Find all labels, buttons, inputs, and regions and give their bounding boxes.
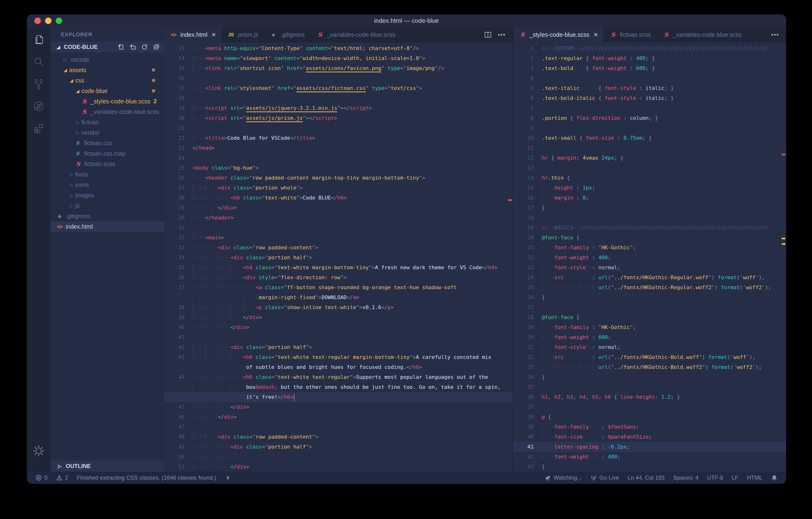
code-line[interactable]: 12hr { margin: 4vmax 24px; } [513, 153, 786, 163]
code-line[interactable]: 44················<h6 class="text-white … [164, 372, 513, 382]
tree-item-icons[interactable]: ▷icons [51, 180, 164, 190]
tree-item-vendor[interactable]: ▷vendor [51, 127, 164, 138]
code-line[interactable]: 1//··CUSTOM··///////////////////////////… [513, 43, 786, 53]
code-line[interactable]: 6.text-bold-italic { font-style : italic… [513, 93, 786, 103]
code-line[interactable]: 30····font-weight : 600; [513, 332, 786, 342]
code-line[interactable]: 51············</div> [164, 462, 513, 471]
code-line[interactable]: 46········</div> [164, 412, 513, 422]
code-line[interactable]: 34············<div class="portion half"> [164, 253, 513, 263]
code-line[interactable]: 36················<div style="flex-direc… [164, 273, 513, 282]
new-file-icon[interactable] [117, 43, 124, 51]
code-line[interactable]: 20····<script src="assets/js/prism.js"><… [164, 113, 513, 123]
code-line[interactable]: 27········<div class="portion whole"> [164, 183, 513, 193]
files-icon[interactable] [32, 33, 45, 46]
tree-item-css[interactable]: ◢css [51, 75, 164, 86]
status-item-ln-44-col-193[interactable]: Ln 44, Col 193 [628, 475, 665, 481]
code-line[interactable]: 22····<title>Code Blue for VSCode</title… [164, 133, 513, 143]
code-line[interactable]: 40····font-size······: $paraFontSize; [513, 432, 786, 442]
status-item-spaces-4[interactable]: Spaces: 4 [673, 475, 699, 481]
code-line[interactable]: 31 [164, 223, 513, 233]
code-line[interactable]: 23</head> [164, 143, 513, 153]
split-editor-icon[interactable] [484, 31, 491, 38]
tree-item-fictoan[interactable]: ▷fictoan [51, 117, 164, 127]
code-line[interactable]: 40············</div> [164, 323, 513, 332]
code-line[interactable]: 27 [513, 302, 786, 312]
code-line[interactable]: 24····src·········: url("../fonts/HKGoth… [513, 273, 786, 282]
code-line[interactable]: 13 [513, 163, 786, 173]
code-line[interactable]: 18 [164, 93, 513, 103]
code-line[interactable]: 4 [513, 73, 786, 83]
tab-prism-js[interactable]: JSprism.js [222, 27, 264, 42]
code-line[interactable]: 39····font-family····: $fontSans; [513, 422, 786, 432]
code-line[interactable]: of subtle blues and bright hues for focu… [164, 362, 513, 372]
code-line[interactable]: 16····margin : 0; [513, 193, 786, 203]
code-line[interactable]: 34} [513, 372, 786, 382]
extensions-icon[interactable] [32, 122, 45, 135]
tab-index-html[interactable]: <>index.html× [164, 27, 222, 42]
close-tab-icon[interactable]: × [594, 31, 598, 38]
code-line[interactable]: 31····font-style··: normal; [513, 342, 786, 352]
lightning-status-item[interactable] [225, 475, 231, 481]
code-line[interactable]: 33··················url("../fonts/HKGoth… [513, 362, 786, 372]
code-line[interactable]: 5.text-italic······{ font-style : italic… [513, 83, 786, 93]
code-line[interactable]: 45············</div> [164, 402, 513, 412]
code-line[interactable]: 28············<h6 class="text-white">Cod… [164, 193, 513, 203]
code-line[interactable]: it’s free!</h6> [164, 392, 513, 402]
status-item-utf-8[interactable]: UTF-8 [707, 475, 723, 481]
more-actions-icon[interactable]: ••• [771, 31, 779, 38]
tab-fictoan-scss[interactable]: Sfictoan.scss [604, 27, 657, 42]
code-line[interactable]: 49············<div class="portion half"> [164, 442, 513, 452]
code-line[interactable]: 17····<link rel="stylesheet" href="asset… [164, 83, 513, 93]
code-line[interactable]: 10.text-small { font-size : 0.75em; } [513, 133, 786, 143]
tree-item--gitignore[interactable]: ◆.gitignore [51, 211, 164, 221]
code-line[interactable]: 14hr.thin { [513, 173, 786, 183]
code-line[interactable]: 29········</div> [164, 203, 513, 213]
explorer-section-header[interactable]: ◢ CODE-BLUE [51, 41, 164, 53]
code-line[interactable]: 48········<div class="row padded-content… [164, 432, 513, 442]
code-line[interactable]: 16 [164, 73, 513, 83]
code-line[interactable]: 17} [513, 203, 786, 213]
status-item-html[interactable]: HTML [747, 475, 762, 481]
code-line[interactable]: 15····height : 1px; [513, 183, 786, 193]
code-line[interactable]: 36h1, h2, h3, h4, h5, h6 { line-height: … [513, 392, 786, 402]
status-item-lf[interactable]: LF [732, 475, 738, 481]
tab--gitignore[interactable]: ◆.gitignore [264, 27, 311, 42]
search-icon[interactable] [32, 55, 45, 68]
code-line[interactable]: 21 [164, 123, 513, 133]
source-control-icon[interactable] [32, 78, 45, 90]
tab--styles-code-blue-scss[interactable]: S_styles-code-blue.scss× [513, 27, 604, 42]
tree-item-images[interactable]: ▷images [51, 190, 164, 201]
code-line[interactable]: 25··················url("../fonts/HKGoth… [513, 282, 786, 293]
code-line[interactable]: 43} [513, 462, 786, 471]
tree-item-fictoan-css[interactable]: #fictoan.css [51, 138, 164, 148]
zoom-window-button[interactable] [56, 18, 62, 24]
code-line[interactable]: 37 [513, 402, 786, 412]
code-line[interactable]: 8.portion { flex-direction : column; } [513, 113, 786, 123]
code-line[interactable]: 38····················<p class="show-inl… [164, 302, 513, 312]
tree-item-code-blue[interactable]: ◢code-blue [51, 86, 164, 96]
code-line[interactable]: 23····font-style··: normal; [513, 263, 786, 273]
code-line[interactable]: 50················ [164, 452, 513, 462]
code-line[interactable]: 9 [513, 123, 786, 133]
minimize-window-button[interactable] [45, 18, 52, 24]
bell-status-item[interactable] [771, 475, 778, 481]
code-line[interactable]: 19//··BASICS··//////////////////////////… [513, 223, 786, 233]
code-line[interactable]: 22····font-weight : 400; [513, 253, 786, 263]
new-folder-icon[interactable] [129, 43, 136, 51]
status-item-finished-extracting-css-classes-1646-classes-found-[interactable]: Finished extracting CSS classes. (1646 c… [77, 475, 216, 481]
code-line[interactable]: 19····<script src="assets/js/jquery-3.2.… [164, 103, 513, 113]
tree-item--vscode[interactable]: ▷.vscode [51, 54, 164, 65]
close-tab-icon[interactable]: × [212, 31, 216, 38]
error-status-item[interactable]: 0 [35, 475, 48, 481]
code-line[interactable]: 29····font-family : "HK-Gothic"; [513, 323, 786, 332]
code-line[interactable]: 24 [164, 153, 513, 163]
editor-styles-scss[interactable]: 1//··CUSTOM··///////////////////////////… [513, 42, 786, 471]
code-line[interactable]: 26····<header class="row padded-content … [164, 173, 513, 183]
code-line[interactable]: box&mdash; but the other ones should be … [164, 382, 513, 392]
tree-item-fonts[interactable]: ▷fonts [51, 169, 164, 180]
code-line[interactable]: 35 [513, 382, 786, 392]
code-line[interactable]: 3.text-bold····{ font-weight : 600; } [513, 63, 786, 73]
code-line[interactable]: 7 [513, 103, 786, 113]
code-line[interactable]: 41 [164, 332, 513, 342]
code-line[interactable]: 25<body class="bg-hue"> [164, 163, 513, 173]
